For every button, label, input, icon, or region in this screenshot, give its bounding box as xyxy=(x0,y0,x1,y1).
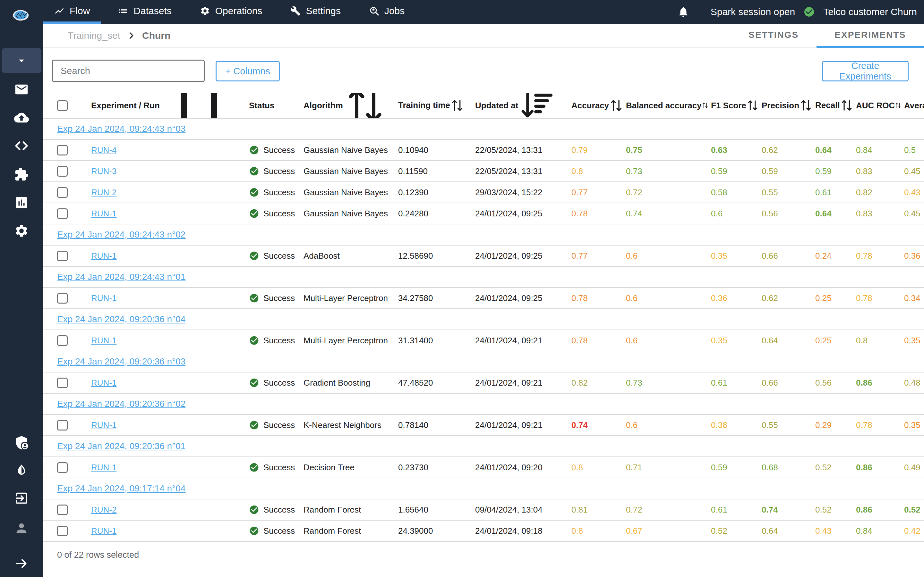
metric-cell: 0.55 xyxy=(759,420,813,430)
sort-updown-icon[interactable] xyxy=(160,93,238,119)
experiment-link[interactable]: Exp 24 Jan 2024, 09:24:43 n°01 xyxy=(57,272,186,282)
metric-cell: 0.52 xyxy=(708,526,759,536)
plugin-icon[interactable] xyxy=(14,167,29,182)
nav-item-operations[interactable]: Operations xyxy=(189,0,274,24)
run-link[interactable]: RUN-1 xyxy=(91,463,116,472)
run-link[interactable]: RUN-1 xyxy=(91,251,116,261)
metric-value: 0.86 xyxy=(856,505,872,515)
run-checkbox[interactable] xyxy=(57,145,68,155)
run-checkbox[interactable] xyxy=(57,504,68,515)
nav-item-jobs[interactable]: Jobs xyxy=(358,0,416,24)
logout-icon[interactable] xyxy=(14,491,29,506)
metric-value: 0.35 xyxy=(711,335,727,346)
run-link[interactable]: RUN-2 xyxy=(91,505,116,515)
status-cell: Success xyxy=(246,526,301,536)
code-icon[interactable] xyxy=(14,139,29,153)
sort-updown-icon[interactable] xyxy=(609,98,624,113)
nav-item-settings[interactable]: Settings xyxy=(279,0,352,24)
experiment-link[interactable]: Exp 24 Jan 2024, 09:20:36 n°01 xyxy=(57,441,186,451)
run-name-cell: RUN-2 xyxy=(89,505,246,515)
run-link[interactable]: RUN-1 xyxy=(91,526,116,536)
run-checkbox[interactable] xyxy=(57,293,68,303)
metric-value: 0.55 xyxy=(762,420,778,430)
metric-cell: 0.66 xyxy=(759,251,813,261)
breadcrumb-parent[interactable]: Training_set xyxy=(68,30,120,41)
mail-icon[interactable] xyxy=(14,82,29,97)
run-link[interactable]: RUN-1 xyxy=(91,335,116,346)
select-all-checkbox[interactable] xyxy=(57,100,68,111)
run-link[interactable]: RUN-2 xyxy=(91,187,116,197)
run-checkbox[interactable] xyxy=(57,462,68,473)
arrow-right-icon[interactable] xyxy=(14,556,29,571)
run-checkbox[interactable] xyxy=(57,187,68,198)
run-checkbox-cell xyxy=(57,166,89,177)
run-checkbox-cell xyxy=(57,462,89,473)
metric-value: 0.64 xyxy=(762,335,778,346)
run-checkbox[interactable] xyxy=(57,526,68,536)
nav-item-datasets[interactable]: Datasets xyxy=(107,0,183,24)
sort-descending-icon[interactable] xyxy=(518,93,561,119)
run-checkbox[interactable] xyxy=(57,166,68,177)
run-link[interactable]: RUN-3 xyxy=(91,166,116,176)
experiment-link[interactable]: Exp 24 Jan 2024, 09:24:43 n°03 xyxy=(57,124,186,134)
run-checkbox[interactable] xyxy=(57,208,68,219)
experiment-link[interactable]: Exp 24 Jan 2024, 09:24:43 n°02 xyxy=(57,229,186,240)
tab-settings[interactable]: SETTINGS xyxy=(730,24,817,48)
create-experiments-button[interactable]: Create Experiments xyxy=(822,61,909,81)
sort-updown-icon[interactable] xyxy=(840,98,853,113)
run-link[interactable]: RUN-1 xyxy=(91,293,116,303)
add-columns-button[interactable]: + Columns xyxy=(216,61,280,81)
metric-value: 0.86 xyxy=(856,463,872,472)
sort-updown-icon[interactable] xyxy=(895,102,901,109)
run-checkbox[interactable] xyxy=(57,420,68,430)
metric-value: 0.78 xyxy=(856,251,872,261)
metric-cell: 0.45 xyxy=(901,209,924,219)
run-link[interactable]: RUN-4 xyxy=(91,145,116,155)
experiment-link[interactable]: Exp 24 Jan 2024, 09:20:36 n°04 xyxy=(57,314,186,324)
droplet-icon[interactable] xyxy=(14,463,29,478)
nav-item-label: Flow xyxy=(69,5,90,16)
sort-updown-icon[interactable] xyxy=(343,93,387,119)
bell-icon[interactable] xyxy=(677,6,690,18)
nav-item-label: Datasets xyxy=(134,5,171,16)
sort-updown-icon[interactable] xyxy=(450,98,464,113)
run-link[interactable]: RUN-1 xyxy=(91,378,116,388)
app-logo-icon[interactable] xyxy=(11,8,31,24)
run-checkbox-cell xyxy=(57,145,89,155)
workspace-switcher[interactable] xyxy=(2,48,41,73)
metric-value: 0.61 xyxy=(711,378,727,388)
sort-updown-icon[interactable] xyxy=(799,98,813,113)
user-icon[interactable] xyxy=(14,521,29,536)
experiment-link[interactable]: Exp 24 Jan 2024, 09:20:36 n°02 xyxy=(57,399,186,409)
bar-chart-icon[interactable] xyxy=(14,195,29,210)
algorithm-cell: Random Forest xyxy=(301,505,396,515)
success-check-icon xyxy=(249,462,259,472)
cloud-upload-icon[interactable] xyxy=(14,110,29,125)
column-header: Updated at xyxy=(473,93,569,119)
updated-at-cell: 24/01/2024, 09:25 xyxy=(473,293,569,303)
metric-value: 0.72 xyxy=(626,187,642,197)
column-header-label: F1 Score xyxy=(711,101,746,111)
sort-updown-icon[interactable] xyxy=(746,98,759,112)
experiment-group-row: Exp 24 Jan 2024, 09:20:36 n°04 xyxy=(43,309,924,330)
search-input[interactable] xyxy=(52,60,205,82)
gear-icon[interactable] xyxy=(14,223,29,238)
tab-experiments[interactable]: EXPERIMENTS xyxy=(817,24,924,48)
run-row: RUN-2 Success Gaussian Naive Bayes 0.123… xyxy=(43,182,924,203)
run-checkbox[interactable] xyxy=(57,335,68,346)
run-checkbox[interactable] xyxy=(57,378,68,388)
sort-updown-icon[interactable] xyxy=(702,102,708,109)
run-link[interactable]: RUN-1 xyxy=(91,420,116,430)
experiment-link[interactable]: Exp 24 Jan 2024, 09:17:14 n°04 xyxy=(57,484,186,494)
algorithm-cell: Gradient Boosting xyxy=(301,378,396,388)
updated-at-cell: 24/01/2024, 09:21 xyxy=(473,378,569,388)
project-name[interactable]: Telco customer Churn xyxy=(823,6,917,17)
shield-user-icon[interactable] xyxy=(14,435,29,450)
metric-cell: 0.64 xyxy=(813,209,853,219)
run-checkbox[interactable] xyxy=(57,251,68,261)
metric-cell: 0.43 xyxy=(901,187,924,197)
nav-item-flow[interactable]: Flow xyxy=(43,0,101,24)
status-label: Success xyxy=(263,378,295,388)
experiment-link[interactable]: Exp 24 Jan 2024, 09:20:36 n°03 xyxy=(57,356,186,367)
run-link[interactable]: RUN-1 xyxy=(91,209,116,219)
